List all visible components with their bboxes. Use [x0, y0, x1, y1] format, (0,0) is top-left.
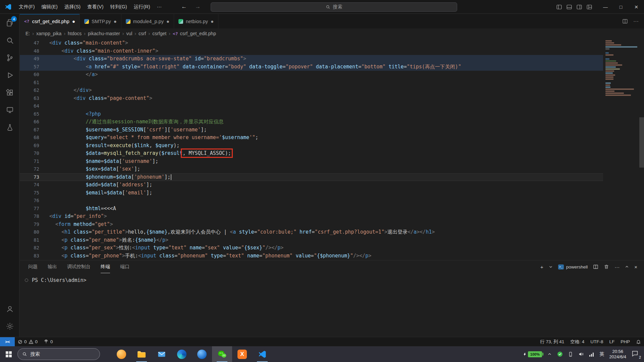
search-icon[interactable] — [0, 32, 19, 49]
panel-tab-problems[interactable]: 问题 — [28, 260, 38, 273]
code-editor[interactable]: 47<div class="main-content">48 <div clas… — [20, 39, 644, 260]
tab-csrf-get-edit-php[interactable]: <? csrf_get_edit.php ● — [20, 14, 80, 28]
code-line-74[interactable]: 74 $add=$data['address']; — [20, 181, 603, 189]
modified-dot-icon[interactable]: ● — [114, 18, 117, 24]
code-line-64[interactable]: 64 — [20, 102, 603, 110]
code-line-83[interactable]: 83 <p class="per_phone">手机:<input class=… — [20, 252, 603, 260]
battery-indicator[interactable]: 100% — [523, 351, 542, 357]
xampp-icon[interactable]: X — [232, 346, 252, 362]
ime-indicator[interactable]: 英 — [599, 351, 604, 357]
menu-view[interactable]: 查看(V) — [84, 2, 107, 11]
taskbar-clock[interactable]: 20:56 2024/6/4 — [609, 349, 626, 360]
action-center-icon[interactable]: 2 — [631, 350, 640, 359]
crumb-folder[interactable]: csrfget — [152, 31, 166, 36]
code-line-61[interactable]: 61 — [20, 79, 603, 87]
indentation[interactable]: 空格: 4 — [567, 337, 587, 347]
menu-goto[interactable]: 转到(G) — [107, 2, 130, 11]
crumb-file[interactable]: <? csrf_get_edit.php — [173, 31, 216, 36]
split-terminal-icon[interactable] — [593, 264, 598, 269]
code-line-70[interactable]: 70 $data=mysqli_fetch_array($result, MYS… — [20, 149, 603, 158]
code-line-57[interactable]: 57 <a href="#" style="float:right" data-… — [20, 63, 603, 71]
network-tray-icon[interactable] — [589, 352, 594, 357]
crumb-folder[interactable]: pikachu-master — [88, 31, 120, 36]
terminal-tab-powershell[interactable]: >_ powershell — [558, 264, 588, 269]
code-line-47[interactable]: 47<div class="main-content"> — [20, 39, 603, 47]
toggle-sidebar-icon[interactable] — [556, 4, 562, 10]
start-button[interactable] — [0, 346, 17, 362]
crumb-drive[interactable]: E: — [25, 31, 30, 36]
nav-back-icon[interactable]: ← — [181, 3, 187, 10]
tab-smtp-py[interactable]: SMTP.py ● — [80, 14, 121, 28]
code-line-80[interactable]: 80 <h1 class="per_title">hello,{$name},欢… — [20, 228, 603, 236]
code-line-68[interactable]: 68 $query="select * from member where us… — [20, 134, 603, 142]
code-line-76[interactable]: 76 — [20, 197, 603, 205]
code-line-72[interactable]: 72 $sex=$data['sex']; — [20, 165, 603, 173]
edge-browser-icon[interactable] — [172, 346, 192, 362]
mail-app-icon[interactable] — [152, 346, 172, 362]
code-line-69[interactable]: 69 $result=execute($link, $query); — [20, 142, 603, 150]
phone-link-tray-icon[interactable] — [568, 352, 573, 357]
wechat-icon[interactable] — [212, 346, 232, 362]
customize-layout-icon[interactable] — [586, 4, 592, 10]
code-line-79[interactable]: 79 <form method="get"> — [20, 221, 603, 229]
problems-status[interactable]: 0 0 — [15, 337, 41, 347]
split-editor-icon[interactable] — [622, 18, 628, 24]
toggle-panel-icon[interactable] — [566, 4, 572, 10]
menu-selection[interactable]: 选择(S) — [61, 2, 84, 11]
menu-overflow[interactable]: ··· — [154, 2, 165, 11]
taskbar-search-box[interactable]: 搜索 — [17, 348, 100, 360]
account-icon[interactable] — [0, 300, 19, 317]
code-line-48[interactable]: 48 <div class="main-content-inner"> — [20, 47, 603, 55]
code-line-67[interactable]: 67 $username=$_SESSION['csrf']['username… — [20, 126, 603, 134]
crumb-folder[interactable]: htdocs — [68, 31, 82, 36]
code-line-81[interactable]: 81 <p class="per_name">姓名:{$name}</p> — [20, 236, 603, 244]
code-line-71[interactable]: 71 $name=$data['username']; — [20, 158, 603, 166]
crumb-folder[interactable]: vul — [126, 31, 132, 36]
panel-tab-ports[interactable]: 端口 — [120, 260, 129, 273]
code-line-62[interactable]: 62 </div> — [20, 86, 603, 95]
menu-edit[interactable]: 编辑(E) — [38, 2, 61, 11]
code-line-73[interactable]: 73 $phonenum=$data['phonenum']; — [20, 173, 603, 181]
terminal-dropdown-icon[interactable] — [549, 265, 553, 269]
antivirus-tray-icon[interactable] — [557, 351, 563, 357]
toggle-secondary-sidebar-icon[interactable] — [576, 4, 582, 10]
tab-module4-p-py[interactable]: module4_p.py ● — [121, 14, 174, 28]
panel-tab-output[interactable]: 输出 — [48, 260, 57, 273]
eol-sequence[interactable]: LF — [606, 337, 618, 347]
testing-icon[interactable] — [0, 119, 19, 136]
extensions-icon[interactable] — [0, 84, 19, 101]
run-debug-icon[interactable] — [0, 66, 19, 84]
modified-dot-icon[interactable]: ● — [211, 18, 214, 24]
panel-tab-terminal[interactable]: 终端 — [101, 260, 110, 273]
window-maximize-button[interactable]: □ — [613, 0, 629, 14]
window-close-button[interactable]: × — [629, 0, 644, 14]
modified-dot-icon[interactable]: ● — [72, 18, 75, 24]
code-line-77[interactable]: 77 $html=<<<A — [20, 205, 603, 213]
code-line-75[interactable]: 75 $email=$data['email']; — [20, 189, 603, 197]
crumb-folder[interactable]: csrf — [139, 31, 146, 36]
new-terminal-icon[interactable]: + — [540, 264, 543, 270]
remote-explorer-icon[interactable] — [0, 101, 19, 119]
nav-forward-icon[interactable]: → — [195, 3, 201, 10]
vscode-taskbar-icon[interactable] — [252, 346, 272, 362]
panel-more-actions-icon[interactable]: ··· — [614, 264, 620, 270]
broadcast-status[interactable]: 0 — [41, 337, 56, 347]
menu-run[interactable]: 运行(R) — [130, 2, 153, 11]
code-line-78[interactable]: 78<div id="per_info"> — [20, 213, 603, 221]
kill-terminal-trash-icon[interactable] — [604, 264, 609, 269]
code-line-82[interactable]: 82 <p class="per_sex">性别:<input type="te… — [20, 244, 603, 252]
settings-gear-icon[interactable] — [0, 317, 19, 335]
editor-scrollbar[interactable] — [639, 117, 644, 168]
code-line-63[interactable]: 63 <div class="page-content"> — [20, 95, 603, 103]
code-line-66[interactable]: 66 //通过当前session-name到数据库查询，并显示其对应信息 — [20, 118, 603, 126]
cheese-app-icon[interactable] — [111, 346, 131, 362]
tab-netbios-py[interactable]: netbios.py ● — [174, 14, 218, 28]
file-explorer-icon[interactable] — [131, 346, 152, 362]
editor-more-actions-icon[interactable]: ··· — [633, 18, 639, 24]
notifications-bell-icon[interactable] — [633, 337, 644, 347]
code-line-49[interactable]: 49 <div class="breadcrumbs ace-save-stat… — [20, 55, 603, 63]
blue-globe-app-icon[interactable] — [192, 346, 212, 362]
remote-indicator[interactable]: >< — [0, 337, 15, 347]
code-line-65[interactable]: 65 <?php — [20, 110, 603, 118]
language-mode[interactable]: PHP — [618, 337, 633, 347]
